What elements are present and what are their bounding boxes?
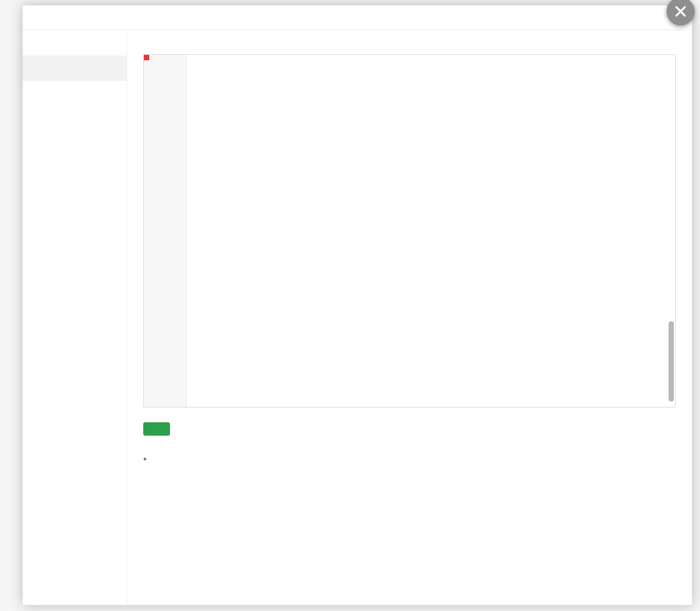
save-button[interactable]: [143, 422, 170, 436]
sidebar-item-errorlog[interactable]: [23, 157, 126, 183]
content-pane: •: [127, 30, 692, 605]
sidebar-item-performance[interactable]: [23, 106, 126, 132]
editor-code[interactable]: [187, 55, 675, 407]
sidebar-item-load[interactable]: [23, 132, 126, 157]
sidebar-item-config[interactable]: [23, 56, 126, 81]
close-icon: [673, 4, 688, 19]
modal-header: [23, 5, 692, 30]
editor-scrollbar-thumb[interactable]: [669, 321, 674, 402]
sidebar-item-version[interactable]: [23, 81, 126, 106]
background-toolbar: [0, 0, 700, 4]
sidebar-item-service[interactable]: [23, 30, 126, 56]
editor-gutter: [144, 55, 187, 407]
nginx-manage-modal: •: [23, 5, 692, 605]
footer-note: •: [143, 453, 676, 464]
code-editor[interactable]: [143, 54, 676, 408]
sidebar: [23, 30, 127, 605]
